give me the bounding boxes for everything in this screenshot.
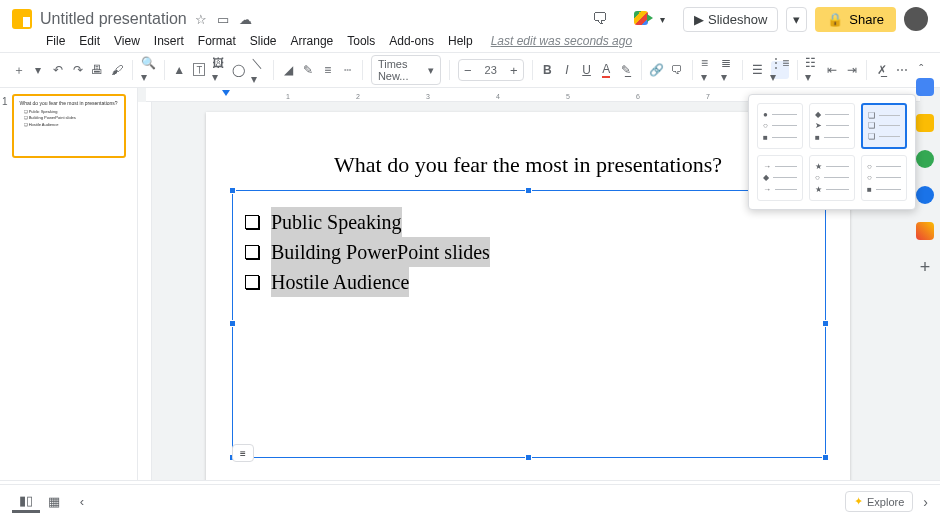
paint-format-button[interactable]: 🖌 <box>110 61 124 79</box>
fill-color-button[interactable]: ◢ <box>282 61 296 79</box>
menu-insert[interactable]: Insert <box>154 34 184 48</box>
doc-title[interactable]: Untitled presentation <box>40 10 187 28</box>
print-button[interactable]: 🖶 <box>91 61 105 79</box>
new-slide-dropdown-icon[interactable]: ▾ <box>32 61 46 79</box>
list-item[interactable]: Building PowerPoint slides <box>245 237 813 267</box>
bold-button[interactable]: B <box>540 61 554 79</box>
move-folder-icon[interactable]: ▭ <box>217 12 229 27</box>
indent-decrease-button[interactable]: ⇤ <box>825 61 839 79</box>
maps-icon[interactable] <box>916 222 934 240</box>
lock-icon: 🔒 <box>827 12 843 27</box>
border-color-button[interactable]: ✎ <box>301 61 315 79</box>
menu-help[interactable]: Help <box>448 34 473 48</box>
bullet-option-disc[interactable]: ● ○ ■ <box>757 103 803 149</box>
collapse-toolbar-button[interactable]: ˆ <box>914 61 928 79</box>
checkbox-icon <box>245 245 259 259</box>
bullet-option-diamond[interactable]: ◆ ➤ ■ <box>809 103 855 149</box>
resize-handle[interactable] <box>525 187 532 194</box>
border-weight-button[interactable]: ≡ <box>321 61 335 79</box>
insert-link-button[interactable]: 🔗 <box>649 61 664 79</box>
image-tool[interactable]: 🖼 ▾ <box>212 61 226 79</box>
account-avatar[interactable] <box>904 7 928 31</box>
shape-tool[interactable]: ◯ <box>231 61 245 79</box>
align-button[interactable]: ≡ ▾ <box>701 61 715 79</box>
calendar-icon[interactable] <box>916 78 934 96</box>
checkbox-icon <box>245 275 259 289</box>
star-icon[interactable]: ☆ <box>195 12 207 27</box>
bullet-option-checkbox[interactable]: ❏ ❏ ❏ <box>861 103 907 149</box>
canvas[interactable]: 1 2 3 4 5 6 7 What do you fear the most … <box>138 88 940 480</box>
undo-button[interactable]: ↶ <box>51 61 65 79</box>
bullet-option-circle[interactable]: ○ ○ ■ <box>861 155 907 201</box>
chevron-down-icon: ▾ <box>660 14 665 25</box>
bullet-option-star[interactable]: ★ ○ ★ <box>809 155 855 201</box>
text-color-button[interactable]: A <box>599 61 613 79</box>
italic-button[interactable]: I <box>560 61 574 79</box>
share-button[interactable]: 🔒 Share <box>815 7 896 32</box>
resize-handle[interactable] <box>525 454 532 461</box>
list-item[interactable]: Hostile Audience <box>245 267 813 297</box>
more-tools-button[interactable]: ⋯ <box>895 61 909 79</box>
filmstrip-view-button[interactable]: ▮▯ <box>12 491 40 513</box>
font-size-decrease[interactable]: − <box>459 63 477 78</box>
redo-button[interactable]: ↷ <box>71 61 85 79</box>
list-item[interactable]: Public Speaking <box>245 207 813 237</box>
select-tool[interactable]: ▲ <box>172 61 186 79</box>
menu-format[interactable]: Format <box>198 34 236 48</box>
resize-handle[interactable] <box>822 320 829 327</box>
body-textbox-selected[interactable]: Public Speaking Building PowerPoint slid… <box>232 190 826 458</box>
line-tool[interactable]: ＼ ▾ <box>251 61 265 79</box>
vertical-ruler <box>138 102 152 480</box>
slideshow-button[interactable]: ▶ Slideshow <box>683 7 778 32</box>
textbox-drag-handle[interactable]: ≡ <box>232 444 254 462</box>
comments-icon[interactable]: 🗨 <box>592 10 608 28</box>
slideshow-dropdown[interactable]: ▾ <box>786 7 807 32</box>
font-size-value[interactable]: 23 <box>477 64 505 76</box>
keep-icon[interactable] <box>916 114 934 132</box>
line-spacing-button[interactable]: ≣ ▾ <box>721 61 735 79</box>
checklist-button[interactable]: ☷ ▾ <box>805 61 819 79</box>
textbox-tool[interactable]: 🅃 <box>192 61 206 79</box>
highlight-color-button[interactable]: ✎̲ <box>619 61 633 79</box>
menu-tools[interactable]: Tools <box>347 34 375 48</box>
menu-file[interactable]: File <box>46 34 65 48</box>
checkbox-icon <box>245 215 259 229</box>
font-size-increase[interactable]: + <box>505 63 523 78</box>
add-addon-icon[interactable]: + <box>916 258 934 276</box>
collapse-filmstrip-button[interactable]: ‹ <box>68 491 96 513</box>
meet-icon <box>632 7 656 31</box>
resize-handle[interactable] <box>822 454 829 461</box>
explore-button[interactable]: ✦ Explore <box>845 491 913 512</box>
numbered-list-button[interactable]: ☰ <box>751 61 765 79</box>
font-selector[interactable]: Times New...▾ <box>371 55 441 85</box>
thumb-index: 1 <box>2 96 8 474</box>
menu-edit[interactable]: Edit <box>79 34 100 48</box>
bulleted-list-button[interactable]: ⋮≡ ▾ <box>771 61 789 79</box>
border-dash-button[interactable]: ┄ <box>340 61 354 79</box>
show-side-panel-button[interactable]: › <box>923 494 928 510</box>
insert-comment-button[interactable]: 🗨 <box>670 61 684 79</box>
tasks-icon[interactable] <box>916 150 934 168</box>
doc-title-icons: ☆ ▭ ☁ <box>195 12 252 27</box>
slide-thumbnail-panel: 1 What do you fear the most in presentat… <box>0 88 138 480</box>
menu-arrange[interactable]: Arrange <box>291 34 334 48</box>
menu-view[interactable]: View <box>114 34 140 48</box>
menu-addons[interactable]: Add-ons <box>389 34 434 48</box>
last-edit-label[interactable]: Last edit was seconds ago <box>491 34 632 48</box>
main-area: 1 What do you fear the most in presentat… <box>0 88 940 480</box>
underline-button[interactable]: U <box>580 61 594 79</box>
chevron-down-icon: ▾ <box>428 64 434 77</box>
grid-view-button[interactable]: ▦ <box>40 491 68 513</box>
new-slide-button[interactable]: ＋ <box>12 61 26 79</box>
slide-thumbnail-1[interactable]: What do you fear the most in presentatio… <box>12 94 126 158</box>
clear-formatting-button[interactable]: ✗̲ <box>875 61 889 79</box>
indent-increase-button[interactable]: ⇥ <box>845 61 859 79</box>
bullet-option-arrow[interactable]: → ◆ → <box>757 155 803 201</box>
meet-button[interactable]: ▾ <box>622 3 675 35</box>
resize-handle[interactable] <box>229 320 236 327</box>
menu-slide[interactable]: Slide <box>250 34 277 48</box>
resize-handle[interactable] <box>229 187 236 194</box>
bullet-list[interactable]: Public Speaking Building PowerPoint slid… <box>233 191 825 313</box>
zoom-button[interactable]: 🔍 ▾ <box>141 61 156 79</box>
contacts-icon[interactable] <box>916 186 934 204</box>
